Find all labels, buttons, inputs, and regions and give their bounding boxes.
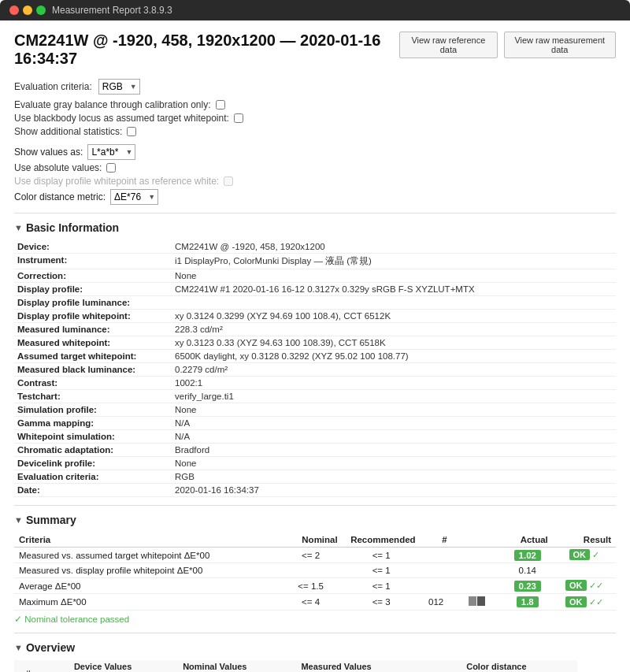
color-distance-select[interactable]: ΔE*76 <box>110 189 158 205</box>
basic-info-row: Assumed target whitepoint:6500K daylight… <box>14 350 616 363</box>
basic-info-value: 2020-01-16 16:34:37 <box>172 484 616 497</box>
basic-info-value: verify_large.ti1 <box>172 390 616 403</box>
additional-stats-checkbox[interactable] <box>127 127 136 136</box>
overview-section-title: ▼ Overview <box>14 641 616 654</box>
overview-col-device: Device Values <box>42 660 164 672</box>
basic-info-value: None <box>172 403 616 417</box>
summary-col-criteria: Criteria <box>14 533 280 548</box>
basic-info-section-title: ▼ Basic Information <box>14 221 616 234</box>
overview-col-color-dist: Color distance <box>415 660 577 672</box>
show-values-select-wrapper[interactable]: L*a*b* <box>87 144 135 160</box>
basic-info-row: Measured black luminance:0.2279 cd/m² <box>14 363 616 377</box>
basic-info-value: 228.3 cd/m² <box>172 323 616 336</box>
summary-criteria: Maximum ΔE*00 <box>14 594 280 611</box>
basic-info-label: Date: <box>14 484 172 497</box>
blackbody-checkbox[interactable] <box>234 113 243 123</box>
summary-triangle-icon: ▼ <box>14 515 23 525</box>
overview-col-swatch <box>266 660 282 672</box>
gray-balance-label: Evaluate gray balance through calibratio… <box>14 99 211 110</box>
summary-recommended: <= 1 <box>343 578 421 594</box>
basic-info-row: Measured whitepoint:xy 0.3123 0.33 (XYZ … <box>14 336 616 350</box>
display-profile-ref-row: Use display profile whitepoint as refere… <box>14 176 616 187</box>
additional-stats-label: Show additional statistics: <box>14 126 122 137</box>
basic-info-label: Devicelink profile: <box>14 457 172 470</box>
basic-info-label: Instrument: <box>14 254 172 269</box>
basic-info-value <box>172 296 616 310</box>
basic-info-label: Assumed target whitepoint: <box>14 350 172 363</box>
evaluation-select-wrapper[interactable]: RGB <box>98 79 140 95</box>
absolute-values-label: Use absolute values: <box>14 162 102 173</box>
absolute-values-checkbox[interactable] <box>106 163 116 173</box>
summary-title: Summary <box>26 514 76 526</box>
additional-stats-row: Show additional statistics: <box>14 126 616 137</box>
divider-1 <box>14 213 616 213</box>
basic-info-row: Instrument:i1 DisplayPro, ColorMunki Dis… <box>14 254 616 269</box>
gray-balance-checkbox[interactable] <box>216 100 225 110</box>
summary-nominal: <= 1.5 <box>280 578 343 594</box>
basic-info-title: Basic Information <box>26 221 119 234</box>
basic-info-row: Evaluation criteria:RGB <box>14 470 616 484</box>
basic-info-row: Display profile whitepoint:xy 0.3124 0.3… <box>14 310 616 323</box>
basic-info-row: Contrast:1002:1 <box>14 377 616 390</box>
show-values-select[interactable]: L*a*b* <box>87 144 135 160</box>
summary-hash <box>421 563 452 578</box>
close-button[interactable] <box>9 6 19 15</box>
summary-bar <box>452 578 502 594</box>
basic-info-value: RGB <box>172 470 616 484</box>
color-distance-row: Color distance metric: ΔE*76 <box>14 189 616 205</box>
summary-actual: 0.23 <box>502 578 553 594</box>
overview-col-swatch2 <box>391 660 415 672</box>
titlebar: Measurement Report 3.8.9.3 <box>0 0 630 20</box>
basic-info-row: Simulation profile:None <box>14 403 616 417</box>
basic-info-label: Display profile: <box>14 283 172 296</box>
window-controls <box>9 6 46 15</box>
basic-info-label: Gamma mapping: <box>14 417 172 430</box>
summary-section-title: ▼ Summary <box>14 514 616 526</box>
basic-info-row: Display profile luminance: <box>14 296 616 310</box>
basic-info-table: Device:CM2241W @ -1920, 458, 1920x1200In… <box>14 240 616 497</box>
overview-col-num: # <box>14 660 42 672</box>
basic-info-row: Gamma mapping:N/A <box>14 417 616 430</box>
summary-criteria: Measured vs. display profile whitepoint … <box>14 563 280 578</box>
color-distance-select-wrapper[interactable]: ΔE*76 <box>110 189 158 205</box>
basic-info-label: Whitepoint simulation: <box>14 430 172 444</box>
basic-info-label: Measured black luminance: <box>14 363 172 377</box>
basic-info-label: Device: <box>14 240 172 254</box>
display-profile-ref-checkbox[interactable] <box>224 176 233 186</box>
summary-criteria: Measured vs. assumed target whitepoint Δ… <box>14 548 280 563</box>
basic-info-row: Date:2020-01-16 16:34:37 <box>14 484 616 497</box>
evaluation-criteria-label: Evaluation criteria: <box>14 81 92 92</box>
main-window: Measurement Report 3.8.9.3 CM2241W @ -19… <box>0 0 630 672</box>
summary-hash <box>421 578 452 594</box>
main-content: CM2241W @ -1920, 458, 1920x1200 — 2020-0… <box>0 20 630 672</box>
basic-info-label: Measured whitepoint: <box>14 336 172 350</box>
display-profile-ref-label: Use display profile whitepoint as refere… <box>14 176 219 187</box>
maximize-button[interactable] <box>36 6 46 15</box>
view-raw-meas-button[interactable]: View raw measurement data <box>504 32 616 58</box>
basic-info-value: Bradford <box>172 444 616 457</box>
basic-info-row: Whitepoint simulation:N/A <box>14 430 616 444</box>
basic-info-label: Correction: <box>14 269 172 283</box>
summary-hash: 012 <box>421 594 452 611</box>
view-raw-ref-button[interactable]: View raw reference data <box>399 32 497 58</box>
blackbody-row: Use blackbody locus as assumed target wh… <box>14 113 616 124</box>
basic-info-value: CM2241W @ -1920, 458, 1920x1200 <box>172 240 616 254</box>
show-values-row: Show values as: L*a*b* <box>14 144 616 160</box>
summary-bar <box>452 548 502 563</box>
basic-info-value: i1 DisplayPro, ColorMunki Display — 液晶 (… <box>172 254 616 269</box>
basic-info-label: Display profile whitepoint: <box>14 310 172 323</box>
summary-col-bar <box>452 533 502 548</box>
summary-actual: 1.8 <box>502 594 553 611</box>
summary-row: Measured vs. display profile whitepoint … <box>14 563 616 578</box>
basic-info-value: xy 0.3124 0.3299 (XYZ 94.69 100 108.4), … <box>172 310 616 323</box>
header-buttons: View raw reference data View raw measure… <box>399 32 616 58</box>
summary-col-actual: Actual <box>502 533 553 548</box>
minimize-button[interactable] <box>23 6 32 15</box>
summary-recommended: <= 1 <box>343 563 421 578</box>
basic-info-row: Correction:None <box>14 269 616 283</box>
blackbody-label: Use blackbody locus as assumed target wh… <box>14 113 229 124</box>
evaluation-select[interactable]: RGB <box>98 79 140 95</box>
summary-row: Measured vs. assumed target whitepoint Δ… <box>14 548 616 563</box>
summary-row: Average ΔE*00 <= 1.5 <= 1 0.23 OK ✓✓ <box>14 578 616 594</box>
overview-col-nominal-vals: Nominal Values <box>164 660 266 672</box>
